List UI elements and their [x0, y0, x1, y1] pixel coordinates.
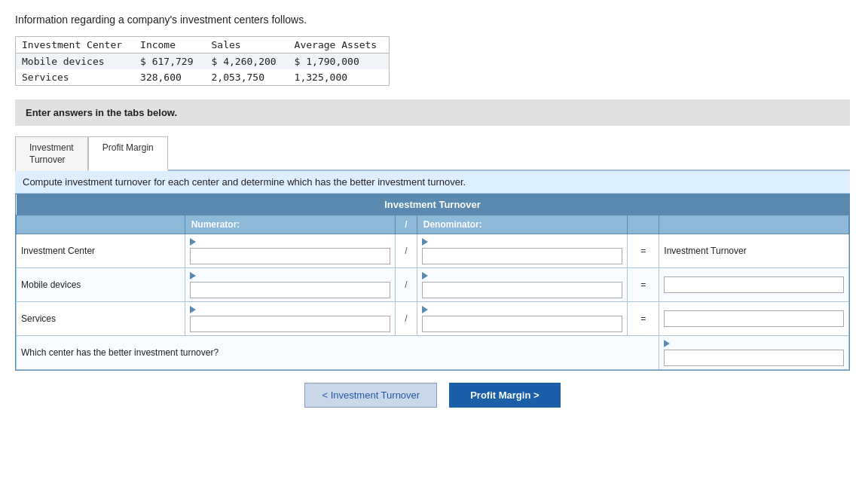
subheader-denominator: Denominator: — [417, 215, 628, 234]
result-mobile-cell[interactable] — [659, 268, 849, 302]
row-mobile-sales: $ 4,260,200 — [206, 53, 289, 70]
subheader-result — [659, 215, 849, 234]
triangle-icon-4 — [422, 272, 428, 279]
row-mobile-income: $ 617,729 — [134, 53, 205, 70]
instructions-bar: Enter answers in the tabs below. — [15, 99, 850, 126]
subheader-equals — [628, 215, 659, 234]
investment-turnover-section: Investment Turnover Numerator: / Denomin… — [15, 194, 850, 371]
result-services-cell[interactable] — [659, 302, 849, 336]
triangle-icon-6 — [422, 306, 428, 313]
table-title-row: Investment Turnover — [17, 194, 849, 215]
tab-profit-margin[interactable]: Profit Margin — [88, 136, 168, 171]
subheader-slash: / — [396, 215, 417, 234]
next-button[interactable]: Profit Margin > — [449, 383, 560, 408]
compute-description: Compute investment turnover for each cen… — [15, 171, 850, 194]
result-mobile-input[interactable] — [664, 276, 844, 293]
prev-button[interactable]: < Investment Turnover — [304, 383, 437, 408]
table-row: Services / = — [17, 302, 849, 336]
which-center-answer-input[interactable] — [664, 350, 844, 366]
table-title: Investment Turnover — [17, 194, 849, 215]
equals-1: = — [628, 234, 659, 268]
col-header-sales: Sales — [206, 37, 289, 53]
result-services-input[interactable] — [664, 310, 844, 327]
slash-1: / — [396, 234, 417, 268]
denominator-investment-center-input[interactable] — [422, 248, 623, 264]
denominator-services-input[interactable] — [422, 316, 623, 332]
col-header-income: Income — [134, 37, 205, 53]
denominator-investment-center-cell[interactable] — [417, 234, 628, 268]
tab-investment-turnover[interactable]: InvestmentTurnover — [15, 136, 88, 171]
result-investment-center: Investment Turnover — [659, 234, 849, 268]
equals-2: = — [628, 268, 659, 302]
numerator-investment-center-input[interactable] — [190, 248, 391, 264]
slash-3: / — [396, 302, 417, 336]
triangle-icon — [190, 238, 196, 246]
subheader-numerator: Numerator: — [185, 215, 396, 234]
nav-buttons: < Investment Turnover Profit Margin > — [15, 383, 850, 408]
equals-3: = — [628, 302, 659, 336]
row-services-sales: 2,053,750 — [206, 69, 289, 86]
numerator-mobile-input[interactable] — [190, 282, 391, 298]
triangle-icon-3 — [190, 272, 196, 279]
investment-turnover-table: Investment Turnover Numerator: / Denomin… — [16, 194, 849, 370]
row-label-mobile: Mobile devices — [17, 268, 185, 302]
row-mobile-center: Mobile devices — [16, 53, 135, 70]
which-center-label: Which center has the better investment t… — [17, 336, 659, 370]
numerator-investment-center-cell[interactable] — [185, 234, 396, 268]
col-header-center: Investment Center — [16, 37, 135, 53]
triangle-icon-5 — [190, 306, 196, 313]
denominator-services-cell[interactable] — [417, 302, 628, 336]
table-subheader-row: Numerator: / Denominator: — [17, 215, 849, 234]
row-services-center: Services — [16, 69, 135, 86]
tabs-container: InvestmentTurnover Profit Margin — [15, 135, 850, 171]
table-row: Mobile devices / = — [17, 268, 849, 302]
numerator-services-cell[interactable] — [185, 302, 396, 336]
row-label-investment-center: Investment Center — [17, 234, 185, 268]
slash-2: / — [396, 268, 417, 302]
intro-text: Information regarding a company's invest… — [15, 14, 850, 26]
denominator-mobile-cell[interactable] — [417, 268, 628, 302]
data-table: Investment Center Income Sales Average A… — [15, 36, 390, 86]
numerator-services-input[interactable] — [190, 316, 391, 332]
subheader-empty — [17, 215, 185, 234]
numerator-mobile-cell[interactable] — [185, 268, 396, 302]
row-services-income: 328,600 — [134, 69, 205, 86]
table-row: Investment Center / = Investment Turnove… — [17, 234, 849, 268]
triangle-icon-7 — [664, 340, 670, 347]
row-label-services: Services — [17, 302, 185, 336]
triangle-icon-2 — [422, 238, 428, 246]
denominator-mobile-input[interactable] — [422, 282, 623, 298]
row-mobile-assets: $ 1,790,000 — [289, 53, 390, 70]
which-center-answer-cell[interactable] — [659, 336, 849, 370]
col-header-assets: Average Assets — [289, 37, 390, 53]
row-services-assets: 1,325,000 — [289, 69, 390, 86]
which-center-row: Which center has the better investment t… — [17, 336, 849, 370]
